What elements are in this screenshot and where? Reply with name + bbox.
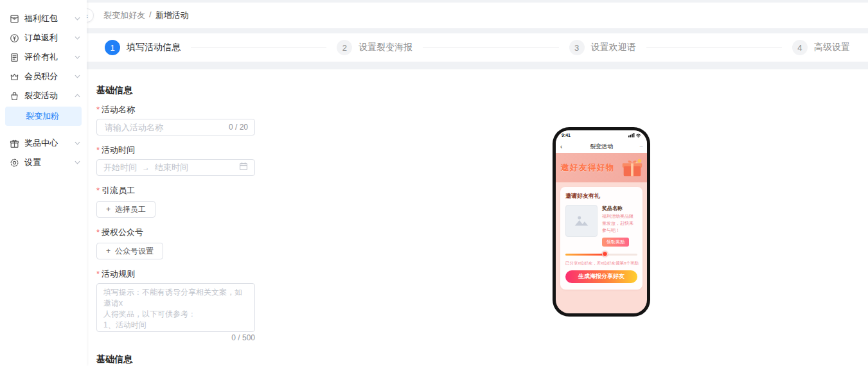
progress-fill <box>565 254 605 256</box>
sidebar-item-welfare-redpacket[interactable]: 福利红包 <box>0 9 87 28</box>
activity-name-input-wrap: 0 / 20 <box>96 119 255 135</box>
main-content: ‹ 裂变加好友 / 新增活动 1 填写活动信息 2 设置裂变海报 3 设置欢迎语 <box>87 0 868 366</box>
step-number-badge: 2 <box>337 40 352 55</box>
sidebar-item-settings[interactable]: 设置 <box>0 153 87 172</box>
step-3-set-welcome-message[interactable]: 3 设置欢迎语 <box>569 40 636 55</box>
breadcrumb-bar: ‹ 裂变加好友 / 新增活动 <box>87 3 868 28</box>
sidebar-item-prize-center[interactable]: 奖品中心 <box>0 134 87 153</box>
member-points-icon <box>9 71 19 82</box>
chevron-down-icon <box>75 55 80 59</box>
chevron-down-icon <box>75 161 80 164</box>
official-account-setup-button[interactable]: + 公众号设置 <box>96 243 163 259</box>
staff-label: *引流员工 <box>96 185 868 196</box>
plus-icon: + <box>106 247 111 256</box>
step-1-fill-activity-info[interactable]: 1 填写活动信息 <box>105 40 181 55</box>
app-root: 福利红包 订单返利 评价有礼 <box>0 0 868 366</box>
prize-image-placeholder <box>565 205 598 237</box>
generate-poster-button: 生成海报分享好友 <box>565 270 637 283</box>
chevron-down-icon <box>75 17 80 21</box>
plus-icon: + <box>106 205 111 214</box>
prize-name: 奖品名称 <box>602 205 637 212</box>
phone-content: 邀请好友有礼 奖品名称 福利活动奖品限量发放，赶快来参与吧！ 领取奖励 <box>556 182 647 313</box>
sidebar-item-label: 裂变活动 <box>24 90 75 101</box>
step-label: 高级设置 <box>814 42 850 53</box>
sidebar-subitem-label: 裂变加粉 <box>26 110 59 122</box>
sidebar-item-label: 设置 <box>24 157 75 168</box>
more-menu-icon: ··· <box>633 144 642 150</box>
step-connector <box>646 48 782 48</box>
red-packet-icon <box>9 13 19 24</box>
section-title-basic-info: 基础信息 <box>96 85 868 95</box>
breadcrumb-separator: / <box>149 10 152 21</box>
section-title-basic-info-2: 基础信息 <box>96 354 868 364</box>
official-account-label: *授权公众号 <box>96 227 868 238</box>
share-progress-caption: 已分享x位好友，差x位好友领第n个奖励 <box>565 261 637 266</box>
step-wizard: 1 填写活动信息 2 设置裂变海报 3 设置欢迎语 4 高级设置 <box>87 33 868 62</box>
chevron-down-icon <box>75 36 80 40</box>
sidebar-item-label: 订单返利 <box>24 32 75 44</box>
chevron-up-icon <box>75 94 80 98</box>
activity-time-range-picker[interactable]: 开始时间 → 结束时间 <box>96 159 255 176</box>
prize-info: 奖品名称 福利活动奖品限量发放，赶快来参与吧！ 领取奖励 <box>602 205 637 247</box>
status-time: 9:41 <box>562 133 571 137</box>
breadcrumb-current: 新增活动 <box>155 10 189 21</box>
phone-nav-bar: ‹ 裂变活动 ··· <box>556 140 647 153</box>
banner-title: 邀好友得好物 <box>561 162 615 173</box>
sidebar-item-member-points[interactable]: 会员积分 <box>0 67 87 86</box>
step-connector <box>423 48 558 48</box>
phone-screen: 9:41 ‹ 裂变活动 ··· 邀好友得好物 <box>556 130 647 313</box>
signal-wifi-icon <box>628 132 641 138</box>
activity-name-label: *活动名称 <box>96 104 868 115</box>
prize-center-icon <box>9 138 19 148</box>
activity-name-input[interactable] <box>103 122 229 133</box>
step-label: 填写活动信息 <box>127 42 181 53</box>
sidebar-item-label: 福利红包 <box>24 13 75 24</box>
required-mark: * <box>96 145 100 155</box>
review-gift-icon <box>9 52 19 62</box>
start-time-placeholder: 开始时间 <box>103 162 137 173</box>
settings-icon <box>9 157 19 168</box>
breadcrumb: 裂变加好友 / 新增活动 <box>103 10 189 21</box>
fission-activity-icon <box>9 91 19 101</box>
select-staff-button[interactable]: + 选择员工 <box>96 201 155 218</box>
chevron-down-icon <box>75 74 80 78</box>
sidebar-subitem-fission-addfans[interactable]: 裂变加粉 <box>5 107 82 126</box>
invite-card-header: 邀请好友有礼 <box>565 192 637 200</box>
sidebar-item-label: 奖品中心 <box>24 137 75 149</box>
sidebar-item-review-gift[interactable]: 评价有礼 <box>0 48 87 67</box>
gift-box-illustration <box>620 156 644 182</box>
activity-form-card: 基础信息 *活动名称 0 / 20 *活动时间 开始时间 → 结束时间 <box>87 69 868 366</box>
sidebar-item-fission-activity[interactable]: 裂变活动 <box>0 86 87 105</box>
required-mark: * <box>96 186 100 195</box>
chevron-down-icon <box>75 141 80 145</box>
calendar-icon <box>239 162 248 173</box>
sidebar: 福利红包 订单返利 评价有礼 <box>0 0 87 366</box>
step-4-advanced-settings[interactable]: 4 高级设置 <box>792 40 850 55</box>
progress-dot <box>602 251 608 257</box>
breadcrumb-parent-link[interactable]: 裂变加好友 <box>103 10 145 21</box>
prize-description: 福利活动奖品限量发放，赶快来参与吧！ <box>602 213 637 234</box>
required-mark: * <box>96 105 100 114</box>
step-number-badge: 3 <box>569 40 585 55</box>
step-number-badge: 1 <box>105 40 120 55</box>
activity-rules-counter: 0 / 500 <box>96 333 255 342</box>
phone-preview: 9:41 ‹ 裂变活动 ··· 邀好友得好物 <box>553 127 650 317</box>
activity-name-counter: 0 / 20 <box>229 123 248 132</box>
step-2-set-fission-poster[interactable]: 2 设置裂变海报 <box>337 40 412 55</box>
sidebar-group-gap <box>0 126 87 134</box>
sidebar-item-order-rebate[interactable]: 订单返利 <box>0 28 87 48</box>
required-mark: * <box>96 269 100 279</box>
phone-banner: 邀好友得好物 <box>556 153 647 182</box>
range-arrow-icon: → <box>142 163 150 172</box>
required-mark: * <box>96 227 100 237</box>
activity-rules-label: *活动规则 <box>96 268 868 279</box>
activity-rules-textarea[interactable] <box>96 283 255 332</box>
share-progress-bar <box>565 254 637 256</box>
claim-reward-button: 领取奖励 <box>602 238 629 247</box>
invite-card: 邀请好友有礼 奖品名称 福利活动奖品限量发放，赶快来参与吧！ 领取奖励 <box>560 187 642 290</box>
order-rebate-icon <box>9 33 19 43</box>
phone-page-title: 裂变活动 <box>569 143 633 151</box>
back-chevron-icon: ‹ <box>560 143 569 150</box>
sidebar-item-label: 会员积分 <box>24 71 75 82</box>
sidebar-item-label: 评价有礼 <box>24 51 75 63</box>
